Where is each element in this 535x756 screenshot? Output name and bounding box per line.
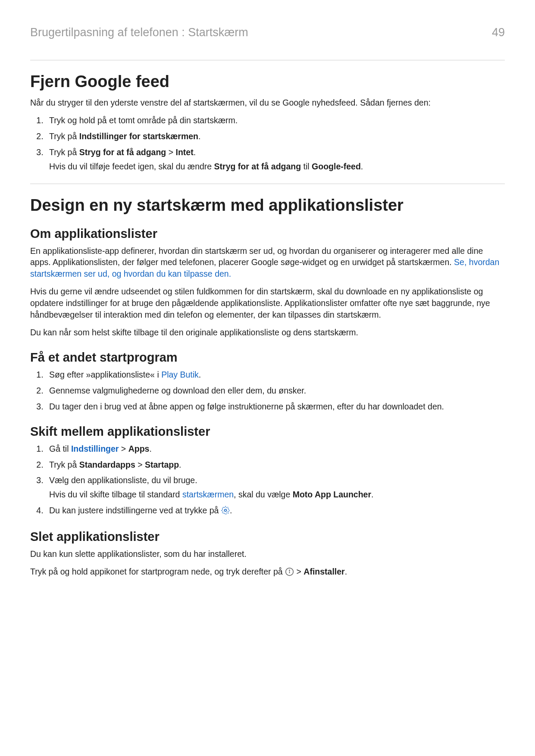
list-item: Vælg den applikationsliste, du vil bruge… xyxy=(46,475,505,500)
settings-gear-icon xyxy=(221,506,230,518)
page-header: Brugertilpasning af telefonen : Startskæ… xyxy=(30,26,505,39)
link-homescreen[interactable]: startskærmen xyxy=(182,490,234,499)
subsection-title: Skift mellem applikationslister xyxy=(30,425,505,439)
paragraph: En applikationsliste-app definerer, hvor… xyxy=(30,245,505,280)
bold-text: Indstillinger for startskærmen xyxy=(79,131,198,141)
bold-text: Standardapps xyxy=(79,460,135,469)
link-settings[interactable]: Indstillinger xyxy=(71,444,119,453)
svg-point-3 xyxy=(289,570,290,570)
paragraph: Hvis du gerne vil ændre udseendet og sti… xyxy=(30,286,505,321)
list-item: Tryk og hold på et tomt område på din st… xyxy=(46,115,505,126)
list-item: Du kan justere indstillingerne ved at tr… xyxy=(46,505,505,518)
link-play-store[interactable]: Play Butik xyxy=(161,370,199,379)
divider xyxy=(30,60,505,60)
sub-text: Hvis du vil skifte tilbage til standard … xyxy=(49,489,505,500)
page-number: 49 xyxy=(492,26,505,39)
bold-text: Afinstaller xyxy=(303,567,344,576)
bold-text: Intet xyxy=(175,147,193,157)
list-item: Søg efter »applikationsliste« i Play But… xyxy=(46,369,505,381)
bold-text: Apps xyxy=(128,444,150,453)
paragraph: Du kan kun slette applikationslister, so… xyxy=(30,548,505,560)
divider xyxy=(30,184,505,184)
subsection-title: Slet applikationslister xyxy=(30,530,505,544)
list-item: Gå til Indstillinger > Apps. xyxy=(46,443,505,455)
svg-point-0 xyxy=(224,509,226,512)
bold-text: Startapp xyxy=(145,460,179,469)
list-item: Gennemse valgmulighederne og download de… xyxy=(46,385,505,397)
info-circle-icon xyxy=(285,567,294,579)
list-item: Tryk på Indstillinger for startskærmen. xyxy=(46,131,505,142)
breadcrumb: Brugertilpasning af telefonen : Startskæ… xyxy=(30,26,248,39)
list-item: Tryk på Stryg for at få adgang > Intet. … xyxy=(46,147,505,172)
bold-text: Moto App Launcher xyxy=(293,490,371,499)
intro-text: Når du stryger til den yderste venstre d… xyxy=(30,97,505,109)
sub-text: Hvis du vil tilføje feedet igen, skal du… xyxy=(49,161,505,172)
subsection-title: Få et andet startprogram xyxy=(30,350,505,365)
section-title: Design en ny startskærm med applikations… xyxy=(30,196,505,215)
bold-text: Google-feed xyxy=(312,162,361,171)
bold-text: Stryg for at få adgang xyxy=(79,147,166,157)
steps-list: Tryk og hold på et tomt område på din st… xyxy=(30,115,505,172)
section-remove-google-feed: Fjern Google feed Når du stryger til den… xyxy=(30,72,505,172)
bold-text: Stryg for at få adgang xyxy=(214,162,301,171)
list-item: Du tager den i brug ved at åbne appen og… xyxy=(46,401,505,412)
paragraph: Tryk på og hold appikonet for startprogr… xyxy=(30,566,505,579)
list-item: Tryk på Standardapps > Startapp. xyxy=(46,459,505,471)
steps-list: Gå til Indstillinger > Apps. Tryk på Sta… xyxy=(30,443,505,518)
paragraph: Du kan når som helst skifte tilbage til … xyxy=(30,327,505,338)
section-title: Fjern Google feed xyxy=(30,72,505,91)
steps-list: Søg efter »applikationsliste« i Play But… xyxy=(30,369,505,412)
subsection-title: Om applikationslister xyxy=(30,227,505,241)
